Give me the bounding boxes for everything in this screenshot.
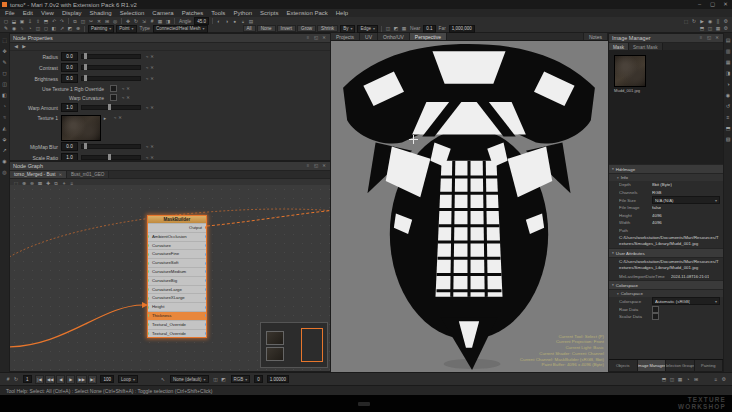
smear-tool-icon[interactable]: ≈: [1, 114, 8, 121]
colorspace-combo[interactable]: Automatic (sRGB): [652, 297, 720, 305]
flat-lighting-icon[interactable]: ◐: [216, 18, 223, 25]
clone-stamp-tool-icon[interactable]: ◫: [1, 81, 8, 88]
menu-view[interactable]: View: [41, 9, 54, 17]
node-port-row[interactable]: CurvatureFine: [148, 249, 206, 258]
slerp-tool-icon[interactable]: ⬙: [1, 136, 8, 143]
mask-overlay-icon[interactable]: ◩: [220, 376, 227, 383]
node-graph-minimap[interactable]: [260, 322, 328, 368]
property-value-field[interactable]: 1.0: [61, 103, 78, 112]
node-port-row[interactable]: AmbientOcclusion: [148, 232, 206, 241]
history-forward-icon[interactable]: ▶: [21, 43, 28, 50]
texture-override-checkbox[interactable]: [110, 85, 117, 92]
fill-icon[interactable]: ◧: [51, 25, 58, 32]
resolution-icon[interactable]: ▦: [715, 25, 722, 32]
colors-palette-icon[interactable]: ◉: [725, 92, 732, 99]
color-picker-tool-icon[interactable]: ◉: [1, 158, 8, 165]
open-project-icon[interactable]: ⬓: [11, 18, 18, 25]
tab-close-icon[interactable]: ✕: [59, 172, 62, 177]
scalar-data-checkbox[interactable]: [652, 313, 659, 320]
property-slider[interactable]: [81, 54, 141, 59]
paint-tool-icon[interactable]: ✎: [1, 59, 8, 66]
channel-display-combo[interactable]: RGB: [231, 375, 251, 383]
reset-icon[interactable]: ✕: [126, 95, 130, 100]
property-value-field[interactable]: 0.0: [61, 74, 78, 83]
export-icon[interactable]: ⇧: [35, 18, 42, 25]
smear-icon[interactable]: ≈: [19, 25, 26, 32]
browse-texture-icon[interactable]: ▸: [102, 115, 109, 122]
close-button[interactable]: ✕: [719, 0, 732, 9]
warp-tool-icon[interactable]: ◭: [1, 125, 8, 132]
toolbar-settings-gear-icon[interactable]: ⚙: [723, 25, 730, 32]
tab-uv[interactable]: UV: [360, 33, 378, 40]
vector-icon[interactable]: ↗: [59, 25, 66, 32]
gradient-tool-icon[interactable]: ◧: [1, 92, 8, 99]
warp-curvature-checkbox[interactable]: [110, 94, 117, 101]
play-button[interactable]: ▶: [66, 375, 75, 384]
select-all-button[interactable]: All: [243, 25, 256, 32]
airbrush-icon[interactable]: ◉: [11, 25, 18, 32]
close-palette-icon[interactable]: ✕: [322, 163, 327, 169]
select-tool-icon[interactable]: ⬚: [1, 37, 8, 44]
frame-start-field[interactable]: 1: [23, 375, 32, 383]
playblast-icon[interactable]: ▶: [699, 18, 706, 25]
paint-buffer-icon[interactable]: ▦: [677, 376, 684, 383]
tab-notes[interactable]: Notes: [583, 33, 608, 40]
move-icon[interactable]: ✥: [125, 18, 132, 25]
value-a-field[interactable]: 0: [254, 375, 263, 383]
palette-menu-icon[interactable]: ≡: [306, 35, 311, 41]
projection-toggle-icon[interactable]: ⬒: [661, 376, 668, 383]
menu-camera[interactable]: Camera: [152, 9, 173, 17]
reset-icon[interactable]: ✕: [118, 115, 122, 120]
buffer-icon[interactable]: ▦: [400, 25, 407, 32]
curve-icon[interactable]: ≈: [146, 65, 148, 70]
menu-file[interactable]: File: [5, 9, 15, 17]
redo-icon[interactable]: ↷: [59, 18, 66, 25]
objects-palette-icon[interactable]: ▦: [725, 59, 732, 66]
close-palette-icon[interactable]: ✕: [715, 35, 720, 41]
property-slider[interactable]: [81, 144, 141, 149]
property-value-field[interactable]: 0.0: [61, 142, 78, 151]
point-mode-combo[interactable]: Point: [116, 25, 136, 33]
menu-extension-pack[interactable]: Extension Pack: [286, 9, 327, 17]
minimap-viewport-box[interactable]: [301, 328, 323, 362]
close-palette-icon[interactable]: ✕: [322, 35, 327, 41]
select-edge-combo[interactable]: Edge: [357, 25, 378, 33]
fast-rewind-button[interactable]: ◀◀: [45, 375, 55, 384]
property-slider[interactable]: [81, 76, 141, 81]
pause-icon[interactable]: ||: [715, 18, 722, 25]
vector-paint-tool-icon[interactable]: ↗: [1, 147, 8, 154]
tab-image-manager[interactable]: Image Manager: [638, 360, 667, 371]
property-slider[interactable]: [81, 65, 141, 70]
curve-icon[interactable]: ≈: [146, 105, 148, 110]
node-port-row[interactable]: CurvatureXLarge: [148, 293, 206, 302]
step-back-button[interactable]: ◀: [56, 375, 65, 384]
screenshot-icon[interactable]: ⬚: [683, 18, 690, 25]
property-slider[interactable]: [81, 105, 141, 110]
grid-toggle-icon[interactable]: ⊞: [693, 376, 700, 383]
rotate-icon[interactable]: ↻: [133, 18, 140, 25]
image-manager-header[interactable]: Image Manager ≡◱✕: [609, 34, 723, 43]
node-port-row[interactable]: CurvatureBig: [148, 276, 206, 285]
property-value-field[interactable]: 0.0: [61, 63, 78, 72]
python-palette-icon[interactable]: ≡: [725, 114, 732, 121]
taskbar-item[interactable]: [358, 402, 370, 406]
move-object-tool-icon[interactable]: ✥: [1, 48, 8, 55]
select-by-combo[interactable]: By: [340, 25, 355, 33]
reset-icon[interactable]: ✕: [150, 76, 154, 81]
paste-icon[interactable]: ◫: [80, 18, 87, 25]
select-invert-button[interactable]: Invert: [277, 25, 297, 32]
snap-frame-icon[interactable]: #: [5, 376, 12, 383]
reset-icon[interactable]: ✕: [150, 54, 154, 59]
float-palette-icon[interactable]: ◱: [314, 35, 319, 41]
painting-mode-combo[interactable]: Painting: [88, 25, 114, 33]
menu-python[interactable]: Python: [233, 9, 252, 17]
node-graph-tab-geo[interactable]: Bust_m01_GEO: [67, 171, 109, 178]
projectors-palette-icon[interactable]: ⬒: [725, 125, 732, 132]
menu-patches[interactable]: Patches: [182, 9, 204, 17]
minimize-button[interactable]: –: [693, 0, 706, 9]
group-info[interactable]: Info: [609, 174, 723, 181]
texture-thumbnail[interactable]: [61, 115, 101, 141]
cut-icon[interactable]: ✂: [88, 18, 95, 25]
copy-icon[interactable]: ⧉: [72, 18, 79, 25]
tab-selection-groups[interactable]: Selection Groups: [666, 360, 695, 371]
